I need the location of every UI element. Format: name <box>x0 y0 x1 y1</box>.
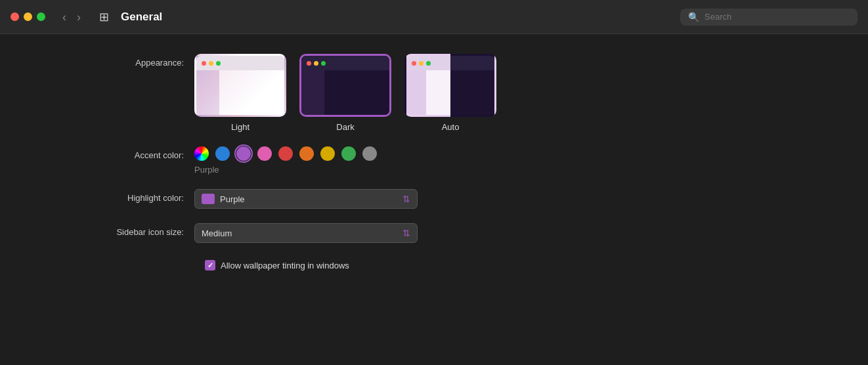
thumb-sidebar <box>406 70 426 115</box>
search-input[interactable] <box>705 12 850 22</box>
titlebar: ‹ › ⊞ General 🔍 <box>0 0 868 34</box>
grid-button[interactable]: ⊞ <box>95 9 113 26</box>
accent-color-row: Accent color: Purple <box>53 146 815 175</box>
dot-green <box>426 61 431 66</box>
dropdown-left: Purple <box>202 194 245 204</box>
highlight-color-row: Highlight color: Purple ⇅ <box>53 189 815 209</box>
minimize-button[interactable] <box>24 12 32 21</box>
thumb-sidebar <box>301 70 324 115</box>
appearance-thumbnail-dark <box>299 54 391 117</box>
dot-green <box>216 61 221 66</box>
nav-buttons: ‹ › <box>58 10 85 24</box>
forward-button[interactable]: › <box>73 10 85 24</box>
page-title: General <box>121 11 672 24</box>
accent-color-control: Purple <box>194 146 377 175</box>
appearance-row: Appearance: <box>53 54 815 132</box>
dot-red <box>307 61 311 66</box>
wallpaper-tinting-checkbox-row: ✓ Allow wallpaper tinting in windows <box>205 260 349 270</box>
dot-red <box>202 61 206 66</box>
thumb-main <box>219 70 284 115</box>
appearance-option-auto[interactable]: Auto <box>404 54 496 132</box>
accent-color-label: Accent color: <box>53 146 184 160</box>
wallpaper-tinting-control: ✓ Allow wallpaper tinting in windows <box>205 257 349 270</box>
highlight-color-swatch <box>202 194 215 204</box>
wallpaper-tinting-label: Allow wallpaper tinting in windows <box>221 261 349 270</box>
appearance-light-label: Light <box>231 122 250 132</box>
highlight-color-label: Highlight color: <box>53 189 184 203</box>
accent-orange[interactable] <box>299 146 314 161</box>
traffic-lights <box>11 12 45 21</box>
dropdown-left: Medium <box>202 228 232 238</box>
dot-red <box>412 61 416 66</box>
sidebar-icon-size-control: Medium ⇅ <box>194 223 418 243</box>
close-button[interactable] <box>11 12 19 21</box>
appearance-option-light[interactable]: Light <box>194 54 286 132</box>
appearance-control: Light Dark <box>194 54 496 132</box>
appearance-option-dark[interactable]: Dark <box>299 54 391 132</box>
dot-yellow <box>209 61 213 66</box>
back-button[interactable]: ‹ <box>58 10 70 24</box>
settings-content: Appearance: <box>0 34 868 305</box>
thumb-sidebar <box>196 70 219 115</box>
dot-yellow <box>419 61 423 66</box>
accent-color-options <box>194 146 377 161</box>
accent-red[interactable] <box>278 146 293 161</box>
thumb-main <box>324 70 389 115</box>
checkmark-icon: ✓ <box>207 261 213 270</box>
highlight-color-control: Purple ⇅ <box>194 189 418 209</box>
chevron-updown-icon: ⇅ <box>402 194 410 204</box>
accent-blue[interactable] <box>215 146 230 161</box>
accent-yellow[interactable] <box>320 146 335 161</box>
sidebar-icon-size-label: Sidebar icon size: <box>53 223 184 237</box>
thumb-main <box>426 70 450 115</box>
accent-multicolor[interactable] <box>194 146 209 161</box>
accent-graphite[interactable] <box>362 146 377 161</box>
dot-yellow <box>314 61 318 66</box>
appearance-label: Appearance: <box>53 54 184 68</box>
wallpaper-tinting-row: ✓ Allow wallpaper tinting in windows <box>194 257 815 270</box>
accent-green[interactable] <box>341 146 356 161</box>
appearance-dark-label: Dark <box>336 122 354 132</box>
highlight-color-value: Purple <box>220 194 245 204</box>
appearance-auto-label: Auto <box>442 122 460 132</box>
highlight-color-dropdown[interactable]: Purple ⇅ <box>194 189 418 209</box>
thumb-right <box>450 70 494 115</box>
sidebar-icon-size-row: Sidebar icon size: Medium ⇅ <box>53 223 815 243</box>
accent-pink[interactable] <box>257 146 272 161</box>
wallpaper-tinting-checkbox[interactable]: ✓ <box>205 260 215 270</box>
accent-purple[interactable] <box>236 146 251 161</box>
appearance-options: Light Dark <box>194 54 496 132</box>
chevron-updown-icon: ⇅ <box>402 228 410 238</box>
search-icon: 🔍 <box>688 12 699 22</box>
accent-selected-name: Purple <box>194 165 219 175</box>
search-box: 🔍 <box>680 9 857 26</box>
sidebar-icon-size-dropdown[interactable]: Medium ⇅ <box>194 223 418 243</box>
fullscreen-button[interactable] <box>37 12 45 21</box>
appearance-thumbnail-auto <box>404 54 496 117</box>
dot-green <box>321 61 326 66</box>
sidebar-icon-size-value: Medium <box>202 228 232 238</box>
appearance-thumbnail-light <box>194 54 286 117</box>
